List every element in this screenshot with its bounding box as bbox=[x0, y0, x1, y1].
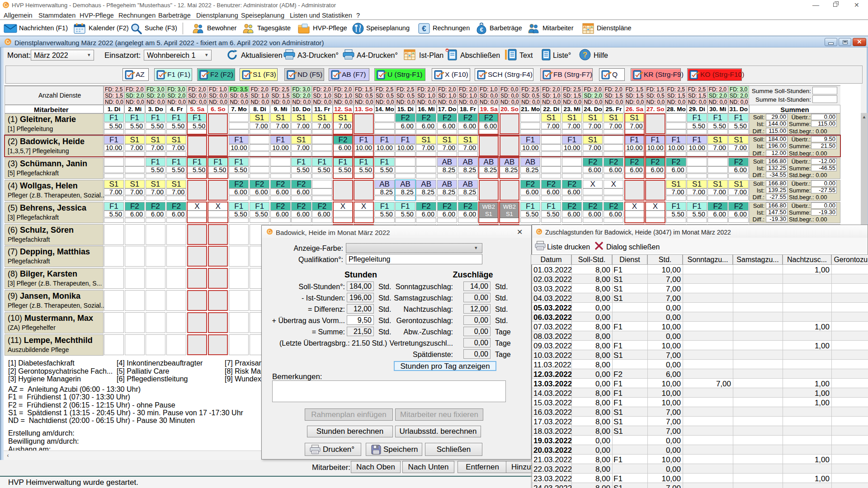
svg-text:?: ? bbox=[583, 51, 587, 59]
svg-text:€: € bbox=[480, 26, 483, 33]
svg-text:€: € bbox=[422, 24, 426, 33]
